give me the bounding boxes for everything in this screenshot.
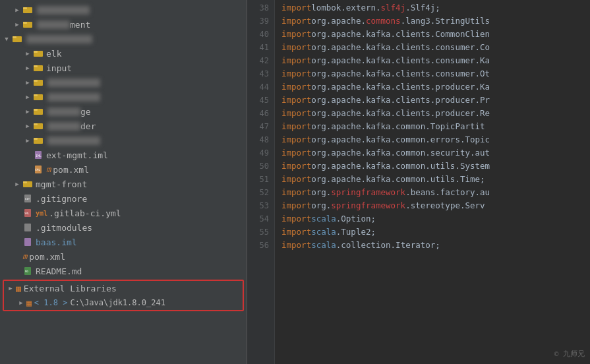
code-text: lombok.extern.	[311, 1, 380, 15]
tree-item-blurred1[interactable]: ▶	[0, 75, 247, 90]
kw-import: import	[281, 160, 311, 173]
line-num-45: 45	[247, 94, 269, 107]
kw-import: import	[281, 15, 311, 28]
chevron-icon: ▶	[24, 49, 32, 57]
tree-item-blurred2[interactable]: ▶	[0, 90, 247, 104]
blurred-label-prefix	[37, 20, 70, 29]
gitignore-icon: GIT	[22, 193, 33, 204]
item-label-mgmt-front: mgmt-front	[36, 179, 87, 189]
svg-rect-3	[23, 22, 27, 24]
jdk-path-label: C:\Java\jdk1.8.0_241	[70, 298, 165, 307]
editor-lines: 38 39 40 41 42 43 44 45 46 47 48 49 50 5…	[247, 0, 590, 364]
code-text: org.apache.	[311, 15, 366, 28]
code-text: org.apache.kafka.clients.consumer.Co	[311, 41, 490, 54]
line-num-39: 39	[247, 15, 269, 28]
line-num-43: 43	[247, 67, 269, 80]
item-label-pom-inner: pom.xml	[53, 165, 89, 175]
code-line-47: import org.apache.kafka.common.TopicPart…	[281, 120, 590, 133]
svg-text:MD: MD	[25, 270, 28, 273]
code-line-52: import org.springframework.beans.factory…	[281, 186, 590, 199]
chevron-icon: ▶	[24, 64, 32, 72]
chevron-icon: ▶	[24, 136, 32, 144]
line-num-40: 40	[247, 28, 269, 41]
blurred-label-pre2	[47, 122, 80, 131]
blurred-label-pre	[47, 107, 80, 116]
tree-item-blurred4[interactable]: ▶ der	[0, 119, 247, 133]
tree-item-readme[interactable]: ▶ MD README.md	[0, 264, 247, 278]
code-line-53: import org.springframework.stereotype.Se…	[281, 199, 590, 212]
svg-rect-11	[34, 80, 38, 82]
chevron-icon: ▶	[24, 93, 32, 101]
tree-item-root1[interactable]: ▶	[0, 3, 247, 17]
tree-item-blurred3[interactable]: ▶ ge	[0, 104, 247, 119]
line-num-52: 52	[247, 186, 269, 199]
code-text: .Slf4j;	[405, 1, 440, 15]
folder-icon	[33, 77, 44, 88]
code-line-51: import org.apache.kafka.common.utils.Tim…	[281, 173, 590, 186]
line-num-46: 46	[247, 107, 269, 120]
tree-item-baas-iml[interactable]: ▶ baas.iml	[0, 235, 247, 249]
svg-rect-25	[23, 181, 27, 183]
kw-import: import	[281, 28, 311, 41]
blurred-label	[47, 93, 100, 102]
code-scala2: scala	[311, 226, 336, 239]
svg-rect-17	[34, 123, 38, 125]
folder-icon	[33, 121, 44, 131]
tree-item-pom[interactable]: ▶ m pom.xml	[0, 249, 247, 264]
item-label-ment: ment	[70, 20, 90, 30]
chevron-icon: ▶	[13, 20, 21, 28]
tree-item-mgmt-front[interactable]: ▶ mgmt-front	[0, 177, 247, 191]
tree-item-elk[interactable]: ▶ elk	[0, 46, 247, 61]
code-line-45: import org.apache.kafka.clients.producer…	[281, 94, 590, 107]
jdk-item[interactable]: ▶ ▦ < 1.8 > C:\Java\jdk1.8.0_241	[4, 295, 243, 310]
svg-rect-13	[34, 94, 38, 96]
blurred-label	[47, 136, 100, 145]
pom-file-icon: XML	[33, 164, 44, 175]
code-text: .Option;	[336, 212, 376, 226]
item-label-baas-iml: baas.iml	[36, 237, 77, 247]
external-libraries-item[interactable]: ▶ ▦ External Libraries	[4, 281, 243, 295]
item-label-pom: pom.xml	[29, 252, 65, 262]
tree-item-input[interactable]: ▶ input	[0, 61, 247, 75]
tree-item-ment[interactable]: ▶ ment	[0, 17, 247, 32]
folder-icon	[33, 63, 44, 73]
folder-icon	[33, 106, 44, 117]
code-text: org.apache.kafka.common.TopicPartit	[311, 120, 485, 133]
code-text: org.apache.kafka.clients.consumer.Ot	[311, 67, 490, 80]
item-label-gitmodules: .gitmodules	[36, 223, 92, 233]
svg-text:GIT: GIT	[25, 197, 30, 200]
code-text: org.apache.kafka.clients.producer.Re	[311, 107, 490, 120]
svg-text:XML: XML	[35, 168, 40, 171]
kw-import: import	[281, 94, 311, 107]
md-file-icon: MD	[22, 266, 33, 276]
folder-icon	[33, 135, 44, 146]
kw-import: import	[281, 41, 311, 54]
chevron-icon: ▶	[24, 78, 32, 86]
code-line-49: import org.apache.kafka.common.security.…	[281, 146, 590, 160]
item-label-readme: README.md	[36, 266, 82, 276]
gitmodules-icon	[22, 222, 33, 233]
tree-item-blurred5[interactable]: ▶	[0, 133, 247, 148]
tree-item-pom-inner[interactable]: ▶ XML m pom.xml	[0, 162, 247, 177]
code-text: .stereotype.Serv	[405, 199, 485, 212]
tree-item-root3[interactable]: ▼	[0, 32, 247, 46]
code-text: org.apache.kafka.clients.producer.Pr	[311, 94, 490, 107]
folder-icon	[22, 19, 33, 30]
code-text: org.apache.kafka.common.security.aut	[311, 146, 490, 160]
chevron-down-icon: ▼	[3, 35, 11, 43]
kw-import: import	[281, 146, 311, 160]
code-line-44: import org.apache.kafka.clients.producer…	[281, 80, 590, 94]
code-text: org.	[311, 199, 331, 212]
tree-item-gitmodules[interactable]: ▶ .gitmodules	[0, 220, 247, 235]
tree-item-ext-mgmt-iml[interactable]: ▶ IML ext-mgmt.iml	[0, 148, 247, 162]
line-num-55: 55	[247, 226, 269, 239]
tree-item-gitignore[interactable]: ▶ GIT .gitignore	[0, 191, 247, 206]
line-num-56: 56	[247, 239, 269, 252]
jdk-icon: ▦	[26, 298, 32, 308]
line-num-50: 50	[247, 160, 269, 173]
line-num-53: 53	[247, 199, 269, 212]
external-libraries-section: ▶ ▦ External Libraries ▶ ▦ < 1.8 > C:\Ja…	[3, 280, 244, 311]
kw-import: import	[281, 186, 311, 199]
svg-rect-15	[34, 109, 38, 111]
tree-item-gitlab-ci[interactable]: ▶ YML yml .gitlab-ci.yml	[0, 206, 247, 220]
